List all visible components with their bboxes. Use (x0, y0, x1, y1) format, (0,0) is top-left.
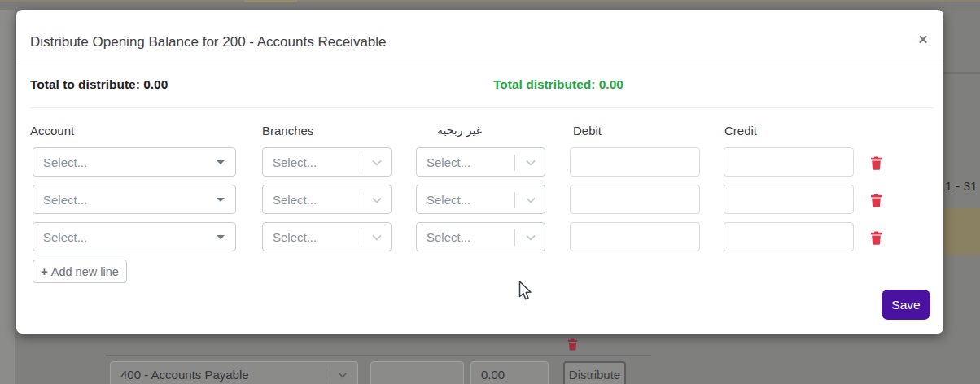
background-delete-icon[interactable] (567, 338, 578, 354)
chevron-down-icon (370, 155, 384, 172)
chevron-down-icon (523, 193, 538, 210)
highlighted-table-row (943, 208, 980, 255)
account-select[interactable]: Select... (33, 222, 236, 251)
column-header-nonprofit: غير ربحية (437, 124, 482, 137)
page-top-line (0, 0, 980, 2)
delete-row-button[interactable] (868, 229, 884, 246)
select-divider (514, 192, 515, 208)
branches-select[interactable]: Select... (262, 185, 392, 214)
nonprofit-select[interactable]: Select... (416, 185, 545, 214)
select-divider (361, 155, 361, 171)
select-divider (326, 367, 326, 382)
payable-account-select[interactable]: 400 - Accounts Payable (110, 361, 358, 384)
payable-account-value: 400 - Accounts Payable (111, 362, 249, 382)
background-amount-input[interactable]: 0.00 (470, 361, 549, 384)
close-icon[interactable]: ✕ (912, 29, 934, 50)
select-divider (514, 155, 515, 171)
account-select-placeholder: Select... (43, 193, 87, 207)
credit-input[interactable] (724, 222, 854, 251)
save-button[interactable]: Save (882, 290, 930, 320)
distribution-row: Select... Select... Select... (16, 222, 943, 251)
plus-icon: + (41, 264, 48, 278)
select-divider (361, 229, 361, 246)
nonprofit-select-placeholder: Select... (427, 230, 470, 244)
distribute-button-label: Distribute (569, 363, 620, 382)
distribution-row: Select... Select... Select... (16, 147, 943, 177)
page-left-edge (0, 10, 15, 384)
column-header-credit: Credit (724, 124, 757, 137)
nonprofit-select[interactable]: Select... (416, 222, 545, 251)
select-divider (361, 192, 361, 208)
column-header-branches: Branches (262, 124, 313, 137)
dropdown-arrow-icon (217, 198, 225, 202)
trash-icon (870, 231, 882, 245)
dropdown-arrow-icon (217, 235, 225, 239)
account-select[interactable]: Select... (33, 147, 236, 177)
branches-select[interactable]: Select... (262, 147, 392, 177)
totals-divider (30, 107, 934, 108)
dropdown-arrow-icon (217, 160, 225, 164)
modal-title: Distribute Opening Balance for 200 - Acc… (30, 34, 387, 50)
distribute-button[interactable]: Distribute (563, 361, 626, 384)
nonprofit-select-placeholder: Select... (427, 155, 470, 169)
add-new-line-label: Add new line (51, 265, 119, 278)
branches-select-placeholder: Select... (273, 155, 317, 169)
select-divider (514, 229, 515, 246)
chevron-down-icon (523, 230, 538, 247)
add-new-line-button[interactable]: + Add new line (33, 260, 127, 283)
page-right-divider (943, 72, 980, 74)
distribute-opening-balance-modal: Distribute Opening Balance for 200 - Acc… (16, 10, 943, 334)
total-distributed: Total distributed: 0.00 (493, 77, 623, 92)
delete-row-button[interactable] (868, 155, 884, 171)
chevron-down-icon (370, 193, 384, 210)
account-select[interactable]: Select... (33, 185, 236, 214)
delete-row-button[interactable] (868, 192, 884, 208)
account-select-placeholder: Select... (43, 155, 87, 169)
page-horizontal-rule (106, 355, 651, 356)
pagination-range: 1 - 31 (945, 179, 978, 194)
branches-select-placeholder: Select... (273, 230, 317, 244)
chevron-down-icon (523, 155, 538, 172)
debit-input[interactable] (570, 185, 700, 214)
chevron-down-icon (336, 369, 349, 384)
column-header-debit: Debit (573, 124, 602, 137)
distribution-row: Select... Select... Select... (16, 185, 943, 214)
trash-icon (870, 194, 882, 207)
credit-input[interactable] (724, 147, 854, 177)
debit-input[interactable] (570, 147, 700, 177)
account-select-placeholder: Select... (43, 230, 87, 244)
nonprofit-select-placeholder: Select... (427, 193, 470, 207)
header-divider (16, 59, 943, 59)
debit-input[interactable] (570, 222, 700, 251)
column-header-account: Account (30, 124, 74, 137)
branches-select[interactable]: Select... (262, 222, 392, 251)
trash-icon (870, 156, 882, 170)
background-empty-input[interactable] (370, 361, 464, 384)
screen: 1 - 31 400 - Accounts Payable 0.00 Distr… (0, 0, 980, 384)
total-to-distribute: Total to distribute: 0.00 (30, 77, 168, 92)
page-top-accent (244, 0, 297, 2)
background-amount-value: 0.00 (471, 362, 505, 382)
nonprofit-select[interactable]: Select... (416, 147, 545, 177)
branches-select-placeholder: Select... (273, 193, 317, 207)
credit-input[interactable] (724, 185, 854, 214)
chevron-down-icon (370, 230, 384, 247)
